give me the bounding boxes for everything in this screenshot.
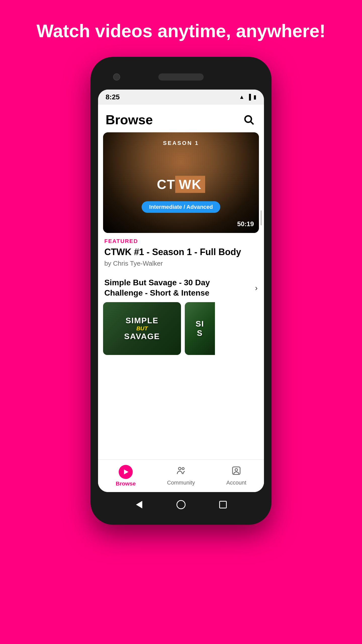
page-title: Browse [106, 112, 153, 127]
back-icon [136, 501, 142, 508]
svg-point-5 [235, 469, 238, 471]
home-icon [176, 500, 186, 509]
thumb-line2-1: BUT [136, 325, 148, 332]
phone-bottom [98, 492, 264, 517]
back-button[interactable] [134, 500, 144, 510]
phone-wrapper: 8:25 ▲ ▐ ▮ Browse [90, 57, 272, 525]
thumb-card-1[interactable]: SIMPLE BUT SAVAGE [103, 302, 181, 355]
thumb-card-2[interactable]: SI S [185, 302, 215, 355]
logo-wk: WK [175, 176, 205, 193]
home-button[interactable] [176, 500, 186, 510]
phone-notch [98, 64, 264, 90]
section-row[interactable]: Simple But Savage - 30 Day Challenge - S… [98, 272, 264, 302]
status-icons: ▲ ▐ ▮ [239, 94, 256, 100]
featured-season-label: SEASON 1 [163, 140, 199, 146]
svg-point-2 [178, 467, 181, 470]
featured-author: by Chris Tye-Walker [98, 260, 264, 272]
tagline: Watch videos anytime, anywhere! [11, 0, 351, 57]
status-time: 8:25 [106, 93, 120, 101]
nav-item-account[interactable]: Account [209, 460, 264, 492]
thumb-line3-2: S [197, 329, 203, 338]
thumb-line3-1: SAVAGE [124, 332, 160, 341]
status-bar: 8:25 ▲ ▐ ▮ [98, 90, 264, 105]
phone-camera [113, 73, 120, 80]
featured-title: CTWK #1 - Season 1 - Full Body [98, 247, 264, 259]
play-triangle-icon [124, 469, 128, 474]
featured-logo: CT WK [157, 176, 205, 193]
wifi-icon: ▲ [239, 94, 245, 100]
recents-button[interactable] [218, 500, 228, 510]
svg-point-3 [182, 468, 184, 470]
featured-level-badge: Intermediate / Advanced [142, 201, 220, 213]
phone-screen: 8:25 ▲ ▐ ▮ Browse [98, 90, 264, 492]
nav-label-browse: Browse [116, 480, 135, 487]
featured-card[interactable]: SEASON 1 CT WK Intermediate / Advanced 5… [103, 132, 259, 233]
bottom-nav: Browse Community [98, 459, 264, 492]
battery-icon: ▮ [253, 94, 256, 100]
phone-speaker [158, 73, 204, 80]
thumb-overlay-1: SIMPLE BUT SAVAGE [103, 302, 181, 355]
community-icon [176, 466, 186, 478]
thumb-overlay-2: SI S [185, 302, 215, 355]
featured-label: FEATURED [98, 233, 264, 247]
nav-item-community[interactable]: Community [153, 460, 209, 492]
browse-play-icon [119, 465, 133, 479]
recents-icon [219, 501, 227, 508]
svg-point-0 [245, 116, 251, 123]
featured-duration: 50:19 [237, 220, 254, 228]
account-icon [231, 466, 241, 478]
search-button[interactable] [241, 112, 256, 127]
thumb-line1-2: SI [196, 319, 204, 329]
scrollbar [260, 210, 262, 225]
featured-bg: SEASON 1 CT WK Intermediate / Advanced 5… [103, 132, 259, 233]
svg-line-1 [251, 122, 253, 125]
nav-label-account: Account [226, 479, 246, 486]
section-arrow-icon: › [255, 283, 258, 293]
nav-label-community: Community [167, 479, 195, 486]
signal-icon: ▐ [247, 94, 251, 100]
section-title: Simple But Savage - 30 Day Challenge - S… [104, 277, 255, 298]
nav-item-browse[interactable]: Browse [98, 460, 153, 492]
phone-outer: 8:25 ▲ ▐ ▮ Browse [90, 57, 272, 525]
search-icon [243, 114, 254, 125]
thumb-line1-1: SIMPLE [125, 316, 158, 325]
thumbnails-row: SIMPLE BUT SAVAGE SI S [98, 302, 264, 355]
app-content: Browse SEASON 1 CT [98, 105, 264, 492]
logo-ct: CT [157, 177, 175, 192]
app-header: Browse [98, 105, 264, 132]
